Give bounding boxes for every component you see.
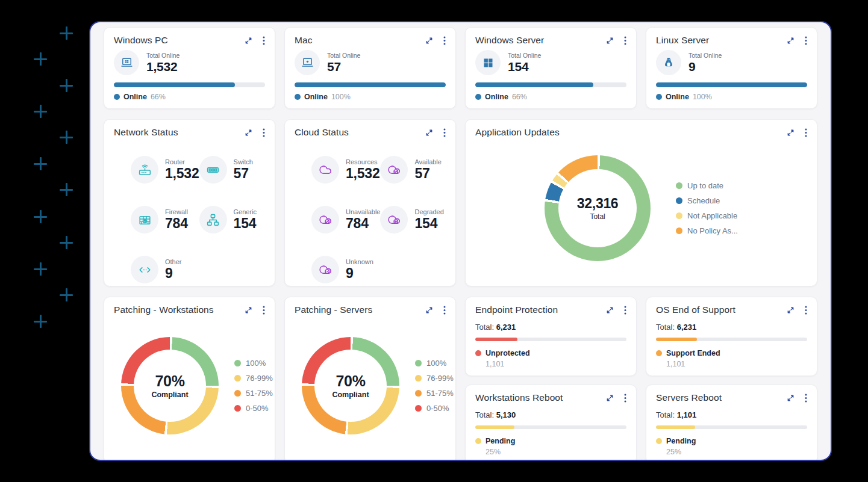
legend-label: 100%: [426, 359, 446, 368]
card-header: Windows PC: [114, 35, 265, 46]
expand-icon[interactable]: [425, 306, 433, 314]
small-cards-grid: Endpoint Protection Total: 6,231 Unprote…: [465, 297, 817, 461]
donut-total-value: 32,316: [577, 196, 619, 212]
legend-label: Schedule: [687, 196, 720, 205]
application-updates-legend: Up to dateScheduleNot ApplicableNo Polic…: [676, 181, 738, 235]
kebab-menu-icon[interactable]: [805, 394, 807, 403]
kebab-menu-icon[interactable]: [263, 128, 265, 137]
network-item-other: Other 9: [131, 256, 199, 283]
item-label: Switch: [234, 158, 253, 165]
status-value: 25%: [666, 448, 807, 456]
legend-label: 76-99%: [426, 374, 454, 383]
online-status: Online 66%: [114, 93, 265, 101]
patching-servers-donut: 70% Compliant: [302, 337, 399, 434]
expand-icon[interactable]: [787, 37, 795, 45]
kebab-menu-icon[interactable]: [624, 36, 626, 45]
donut-percent-value: 70%: [336, 372, 365, 390]
kebab-menu-icon[interactable]: [805, 128, 807, 137]
legend-item: Schedule: [676, 196, 738, 205]
card-title: Windows Server: [475, 35, 544, 46]
online-progress-track: [295, 82, 446, 87]
legend-dot: [676, 227, 682, 234]
card-header: Linux Server: [656, 35, 807, 46]
legend-item: 0-50%: [234, 404, 273, 413]
status-progress-track: [475, 425, 626, 429]
kebab-menu-icon[interactable]: [624, 394, 626, 403]
kebab-menu-icon[interactable]: [805, 36, 807, 45]
legend-label: Not Applicable: [687, 211, 737, 220]
kebab-menu-icon[interactable]: [263, 36, 265, 45]
item-label: Available: [414, 158, 441, 165]
metric-row: Total Online 1,532: [114, 50, 265, 75]
status-progress-fill: [656, 425, 695, 429]
expand-icon[interactable]: [606, 37, 614, 45]
kebab-menu-icon[interactable]: [443, 36, 446, 45]
metric-value: 154: [508, 60, 541, 74]
expand-icon[interactable]: [606, 394, 614, 402]
expand-icon[interactable]: [245, 129, 252, 137]
kebab-menu-icon[interactable]: [443, 306, 446, 315]
kebab-menu-icon[interactable]: [443, 128, 446, 137]
kebab-menu-icon[interactable]: [263, 306, 265, 315]
item-value: 784: [165, 215, 188, 232]
card-servers-reboot: Servers Reboot Total: 1,101 Pending 25%: [646, 385, 817, 461]
expand-icon[interactable]: [245, 306, 252, 314]
expand-icon[interactable]: [425, 37, 433, 45]
kebab-menu-icon[interactable]: [624, 306, 626, 315]
online-progress-track: [475, 82, 626, 87]
total-line: Total: 6,231: [475, 323, 626, 332]
kebab-menu-icon[interactable]: [805, 306, 807, 315]
item-label: Degraded: [414, 208, 443, 215]
expand-icon[interactable]: [245, 37, 252, 45]
network-item-switch: Switch 57: [199, 156, 265, 184]
expand-icon[interactable]: [787, 306, 795, 314]
legend-label: Up to date: [687, 181, 723, 190]
metric-value: 57: [327, 60, 360, 74]
plus-icon: [34, 262, 47, 276]
mac-icon: [295, 50, 320, 75]
legend-dot: [234, 375, 241, 382]
cloud-available-icon: [380, 156, 408, 184]
cloud-unknown-icon: [311, 256, 339, 283]
cloud-resources-icon: [311, 156, 339, 184]
status-dot: [114, 94, 120, 100]
total-line: Total: 6,231: [656, 323, 807, 332]
item-label: Generic: [234, 208, 257, 215]
status-label: Online: [304, 93, 328, 101]
card-title: Mac: [295, 35, 313, 46]
legend-label: 51-75%: [246, 389, 273, 398]
item-label: Other: [165, 258, 182, 265]
status-progress-fill: [656, 338, 697, 341]
card-mac: Mac Total Online 57 Online 100%: [284, 27, 456, 109]
donut-percent-label: Compliant: [151, 391, 188, 399]
expand-icon[interactable]: [606, 306, 614, 314]
metric-value: 9: [688, 60, 722, 74]
status-dot: [475, 350, 481, 356]
expand-icon[interactable]: [425, 129, 433, 137]
windows-logo-icon: [475, 50, 501, 75]
legend-label: 51-75%: [426, 389, 454, 398]
card-header: Patching - Servers: [295, 304, 446, 315]
total-label: Total:: [656, 323, 675, 332]
expand-icon[interactable]: [787, 394, 795, 402]
metric-value: 1,532: [146, 60, 180, 74]
status-line: Pending: [656, 437, 807, 445]
card-header: Windows Server: [475, 35, 626, 46]
total-value: 6,231: [677, 323, 697, 332]
status-value: 1,101: [666, 360, 807, 368]
item-value: 9: [165, 265, 182, 282]
online-progress-fill: [114, 82, 235, 87]
legend-label: 100%: [246, 359, 266, 368]
card-title: Network Status: [114, 127, 178, 138]
plus-icon: [60, 79, 73, 92]
status-label: Pending: [666, 437, 696, 445]
online-progress-fill: [475, 82, 593, 87]
legend-item: Not Applicable: [676, 211, 738, 220]
expand-icon[interactable]: [787, 129, 795, 137]
legend-dot: [415, 375, 422, 382]
online-progress-track: [656, 82, 807, 87]
item-label: Unknown: [346, 258, 373, 265]
network-items: Router 1,532 Switch 57: [131, 156, 265, 283]
metric-row: Total Online 9: [656, 50, 807, 75]
total-value: 6,231: [496, 323, 516, 332]
